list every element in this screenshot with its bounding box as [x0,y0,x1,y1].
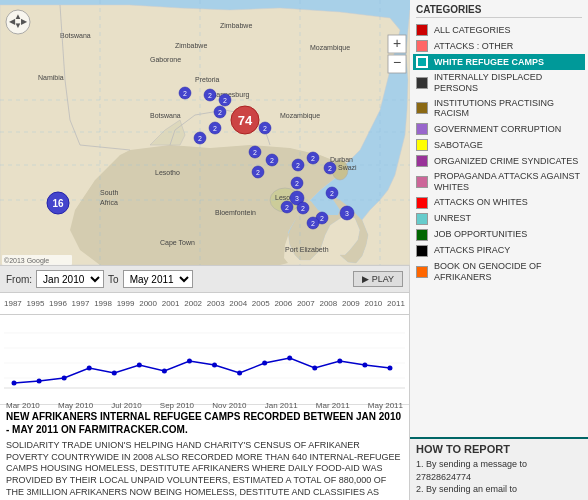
svg-text:2: 2 [218,109,222,116]
category-label-organized-crime: ORGANIZED CRIME SYNDICATES [434,156,578,167]
svg-text:2: 2 [328,165,332,172]
category-item-govt-corruption[interactable]: GOVERNMENT CORRUPTION [416,121,582,137]
right-panel: CATEGORIES ALL CATEGORIESATTACKS : OTHER… [410,0,588,500]
category-swatch-institutions [416,102,428,114]
svg-text:Durban: Durban [330,156,353,163]
svg-point-99 [162,369,167,374]
category-swatch-sabotage [416,139,428,151]
svg-text:Africa: Africa [100,199,118,206]
category-label-sabotage: SABOTAGE [434,140,483,151]
categories-section: CATEGORIES ALL CATEGORIESATTACKS : OTHER… [410,0,588,437]
svg-point-100 [187,358,192,363]
svg-text:2: 2 [301,205,305,212]
svg-text:2: 2 [256,169,260,176]
category-item-genocide[interactable]: BOOK ON GENOCIDE OF AFRIKANERS [416,259,582,285]
from-select[interactable]: Jan 2010 [36,270,104,288]
svg-text:3: 3 [345,210,349,217]
svg-text:Zimbabwe: Zimbabwe [175,42,207,49]
svg-text:Lesotho: Lesotho [155,169,180,176]
svg-text:74: 74 [238,113,253,128]
text-bold: NEW AFRIKANERS INTERNAL REFUGEE CAMPS RE… [6,410,403,436]
category-item-attacks-other[interactable]: ATTACKS : OTHER [416,38,582,54]
svg-text:Cape Town: Cape Town [160,239,195,247]
svg-text:+: + [393,35,401,51]
category-item-idp[interactable]: INTERNALLY DISPLACED PERSONS [416,70,582,96]
svg-text:2: 2 [183,90,187,97]
svg-text:▶: ▶ [21,17,28,26]
svg-point-107 [362,363,367,368]
svg-point-97 [112,371,117,376]
chart-area: Mar 2010 May 2010 Jul 2010 Sep 2010 Nov … [0,315,409,405]
svg-point-106 [337,358,342,363]
svg-rect-87 [4,323,405,395]
svg-text:2: 2 [223,97,227,104]
svg-text:2: 2 [198,135,202,142]
category-label-job-opp: JOB OPPORTUNITIES [434,229,527,240]
text-content: NEW AFRIKANERS INTERNAL REFUGEE CAMPS RE… [0,405,409,500]
svg-text:Bloemfontein: Bloemfontein [215,209,256,216]
svg-point-101 [212,363,217,368]
timeline-bar: 1987 1995 1996 1997 1998 1999 2000 2001 … [0,293,409,315]
svg-point-96 [87,366,92,371]
svg-text:Zimbabwe: Zimbabwe [220,22,252,29]
timeline-controls: From: Jan 2010 To May 2011 ▶ PLAY [0,265,409,293]
category-item-all[interactable]: ALL CATEGORIES [416,22,582,38]
svg-text:Namibia: Namibia [38,74,64,81]
svg-point-98 [137,363,142,368]
category-item-attacks-whites[interactable]: ATTACKS ON WHITES [416,195,582,211]
category-swatch-attacks-piracy [416,245,428,257]
category-label-attacks-piracy: ATTACKS PIRACY [434,245,510,256]
svg-text:Mozambique: Mozambique [280,112,320,120]
svg-point-102 [237,371,242,376]
svg-point-93 [12,381,17,386]
htr-items: 1. By sending a message to 278286247742.… [416,458,582,496]
category-item-job-opp[interactable]: JOB OPPORTUNITIES [416,227,582,243]
category-item-organized-crime[interactable]: ORGANIZED CRIME SYNDICATES [416,153,582,169]
how-to-report-title: HOW TO REPORT [416,443,582,455]
category-item-sabotage[interactable]: SABOTAGE [416,137,582,153]
svg-text:2: 2 [208,92,212,99]
svg-text:2: 2 [311,220,315,227]
category-label-all: ALL CATEGORIES [434,25,511,36]
category-label-attacks-whites: ATTACKS ON WHITES [434,197,528,208]
categories-title: CATEGORIES [416,4,582,18]
svg-text:−: − [393,54,401,70]
year-labels: 1987 1995 1996 1997 1998 1999 2000 2001 … [4,299,405,308]
category-swatch-all [416,24,428,36]
htr-item-1: 2. By sending an email to [416,483,582,496]
svg-text:2: 2 [213,125,217,132]
category-label-propaganda: PROPAGANDA ATTACKS AGAINST WHITES [434,171,582,193]
svg-text:Mozambique: Mozambique [310,44,350,52]
svg-text:2: 2 [311,155,315,162]
category-swatch-propaganda [416,176,428,188]
category-item-white-refugee[interactable]: WHITE REFUGEE CAMPS [413,54,585,70]
from-label: From: [6,274,32,285]
how-to-report-section: HOW TO REPORT 1. By sending a message to… [410,437,588,500]
categories-list: ALL CATEGORIESATTACKS : OTHERWHITE REFUG… [416,22,582,284]
svg-text:16: 16 [52,198,64,209]
svg-text:Pretoria: Pretoria [195,76,220,83]
svg-text:2: 2 [270,157,274,164]
svg-point-94 [37,379,42,384]
svg-point-108 [387,366,392,371]
category-swatch-unrest [416,213,428,225]
svg-point-105 [312,366,317,371]
category-swatch-white-refugee [416,56,428,68]
text-body: SOLIDARITY TRADE UNION'S HELPING HAND CH… [6,440,403,500]
category-label-white-refugee: WHITE REFUGEE CAMPS [434,57,544,68]
to-label: To [108,274,119,285]
svg-text:2: 2 [295,180,299,187]
svg-text:◀: ◀ [9,17,16,26]
category-item-attacks-piracy[interactable]: ATTACKS PIRACY [416,243,582,259]
svg-point-104 [287,355,292,360]
to-select[interactable]: May 2011 [123,270,193,288]
svg-text:Gaborone: Gaborone [150,56,181,63]
svg-point-95 [62,376,67,381]
svg-point-103 [262,361,267,366]
play-button[interactable]: ▶ PLAY [353,271,403,287]
svg-text:2: 2 [320,215,324,222]
category-item-unrest[interactable]: UNREST [416,211,582,227]
svg-text:Swazi: Swazi [338,164,357,171]
category-item-institutions[interactable]: INSTITUTIONS PRACTISING RACISM [416,96,582,122]
category-item-propaganda[interactable]: PROPAGANDA ATTACKS AGAINST WHITES [416,169,582,195]
